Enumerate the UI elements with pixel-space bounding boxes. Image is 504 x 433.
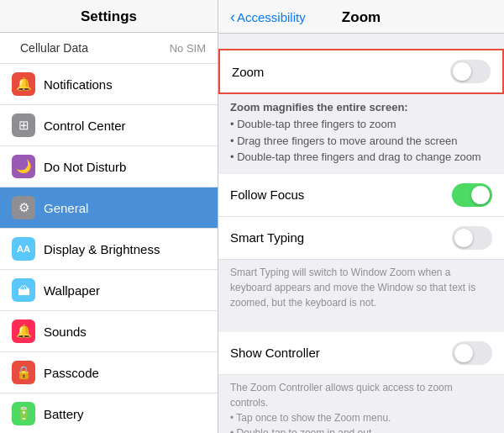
main-panel: ‹ Accessibility Zoom Zoom Zoom magnifies… <box>218 0 504 433</box>
sidebar-item-cellular[interactable]: Cellular Data No SIM <box>0 33 218 64</box>
notifications-icon: 🔔 <box>12 72 35 96</box>
follow-focus-label: Follow Focus <box>230 187 452 202</box>
zoom-description-title: Zoom magnifies the entire screen: <box>230 101 492 114</box>
sidebar-item-sounds[interactable]: 🔔Sounds <box>0 311 218 352</box>
sidebar-item-passcode[interactable]: 🔒Passcode <box>0 352 218 393</box>
sidebar-item-general[interactable]: ⚙General <box>0 187 218 229</box>
sidebar: Settings Cellular Data No SIM 🔔Notificat… <box>0 0 218 433</box>
main-header: ‹ Accessibility Zoom <box>218 0 504 34</box>
cellular-value: No SIM <box>170 42 206 55</box>
zoom-toggle[interactable] <box>450 60 491 83</box>
back-label[interactable]: Accessibility <box>237 10 306 24</box>
control-center-icon: ⊞ <box>12 114 35 137</box>
back-chevron-icon: ‹ <box>230 8 235 26</box>
general-label: General <box>44 201 88 215</box>
sidebar-item-do-not-disturb[interactable]: 🌙Do Not Disturb <box>0 146 218 187</box>
sidebar-item-display-brightness[interactable]: AADisplay & Brightness <box>0 229 218 270</box>
sidebar-item-notifications[interactable]: 🔔Notifications <box>0 64 218 105</box>
zoom-bullet: Double-tap three fingers and drag to cha… <box>230 149 492 166</box>
zoom-bullet: Drag three fingers to move around the sc… <box>230 133 492 150</box>
notifications-label: Notifications <box>44 77 113 92</box>
passcode-label: Passcode <box>44 366 99 380</box>
sidebar-item-battery[interactable]: 🔋Battery <box>0 393 218 433</box>
show-controller-label: Show Controller <box>230 346 452 360</box>
smart-typing-row: Smart Typing <box>218 217 504 260</box>
wallpaper-icon: 🏔 <box>12 278 35 302</box>
cellular-label: Cellular Data <box>20 41 88 55</box>
sounds-label: Sounds <box>44 325 87 339</box>
zoom-description: Zoom magnifies the entire screen: Double… <box>218 94 504 174</box>
smart-typing-label: Smart Typing <box>230 230 452 245</box>
follow-focus-toggle[interactable] <box>452 183 492 207</box>
back-button[interactable]: ‹ Accessibility <box>230 8 306 26</box>
wallpaper-label: Wallpaper <box>44 283 100 298</box>
display-brightness-icon: AA <box>12 237 35 261</box>
sounds-icon: 🔔 <box>12 319 35 343</box>
sidebar-item-wallpaper[interactable]: 🏔Wallpaper <box>0 270 218 311</box>
show-controller-section: Show Controller <box>218 332 504 375</box>
zoom-description-text: Double-tap three fingers to zoomDrag thr… <box>230 116 492 166</box>
page-title: Zoom <box>342 9 381 26</box>
sidebar-item-control-center[interactable]: ⊞Control Center <box>0 105 218 146</box>
general-icon: ⚙ <box>12 196 35 219</box>
follow-focus-section: Follow Focus Smart Typing <box>218 174 504 260</box>
zoom-bullet: Double-tap three fingers to zoom <box>230 116 492 133</box>
show-controller-toggle[interactable] <box>452 341 492 365</box>
zoom-row: Zoom <box>218 49 504 94</box>
control-center-label: Control Center <box>44 119 126 133</box>
show-controller-row: Show Controller <box>218 332 504 375</box>
passcode-icon: 🔒 <box>12 361 35 384</box>
zoom-section: Zoom <box>218 49 504 94</box>
smart-typing-toggle[interactable] <box>452 226 492 250</box>
battery-label: Battery <box>44 407 84 421</box>
zoom-label: Zoom <box>232 65 450 79</box>
smart-typing-description: Smart Typing will switch to Window Zoom … <box>218 260 504 317</box>
do-not-disturb-label: Do Not Disturb <box>44 160 126 174</box>
follow-focus-row: Follow Focus <box>218 174 504 217</box>
do-not-disturb-icon: 🌙 <box>12 155 35 178</box>
controller-description: The Zoom Controller allows quick access … <box>218 375 504 434</box>
display-brightness-label: Display & Brightness <box>44 242 160 256</box>
sidebar-title: Settings <box>0 0 218 33</box>
battery-icon: 🔋 <box>12 402 35 425</box>
